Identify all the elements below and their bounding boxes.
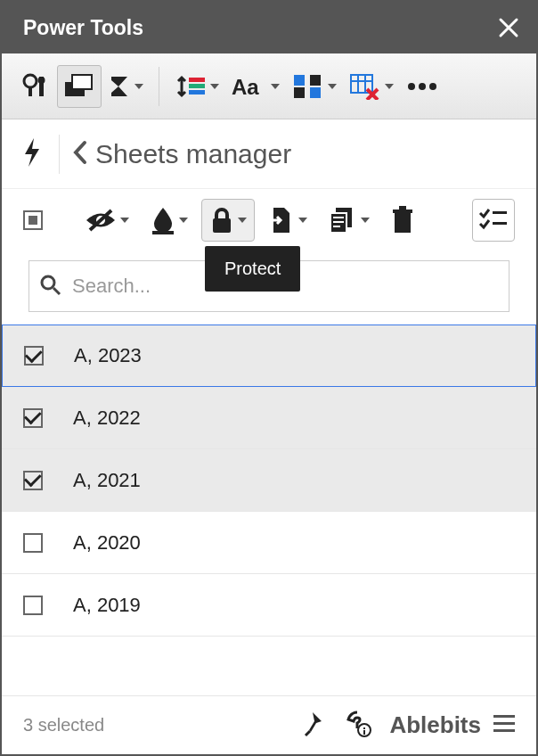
sheet-row[interactable]: A, 2021 [2,449,536,512]
svg-rect-41 [493,715,515,718]
main-toolbar: Aa [2,53,536,119]
svg-point-20 [429,83,436,90]
clear-button[interactable] [343,65,400,108]
sheet-checkbox[interactable] [23,596,43,615]
footer: 3 selected Ablebits [2,695,536,754]
svg-rect-40 [363,730,365,735]
svg-text:Aa: Aa [232,75,259,99]
svg-point-18 [408,83,415,90]
sheet-row[interactable]: A, 2020 [2,512,536,574]
svg-rect-7 [189,84,205,88]
toolbar-separator [159,67,159,106]
svg-line-37 [306,731,310,735]
sheet-name: A, 2022 [73,407,141,430]
sheet-name: A, 2020 [73,531,141,555]
sheet-row[interactable]: A, 2022 [2,387,536,449]
svg-rect-43 [493,729,515,732]
pin-icon[interactable] [304,711,327,741]
svg-point-3 [38,77,45,84]
power-tools-panel: Power Tools [0,0,538,756]
svg-rect-27 [333,217,344,218]
text-button[interactable]: Aa [225,65,286,108]
hamburger-menu[interactable] [493,715,515,736]
title-bar: Power Tools [2,2,536,53]
svg-rect-5 [72,75,92,89]
sheet-row[interactable]: A, 2019 [2,574,536,637]
svg-point-35 [42,276,54,289]
selection-count: 3 selected [23,715,104,735]
svg-rect-1 [29,87,32,96]
svg-rect-29 [333,226,340,227]
svg-rect-13 [310,87,321,98]
app-title: Power Tools [23,16,143,40]
sheet-checkbox[interactable] [23,533,43,553]
protect-tooltip: Protect [205,246,300,292]
sheet-name: A, 2021 [73,469,141,492]
sheet-checkbox[interactable] [24,346,44,366]
sheet-row[interactable]: A, 2023 [2,325,536,387]
merge-button[interactable] [286,65,343,108]
svg-rect-42 [493,722,515,725]
color-button[interactable] [143,199,196,242]
brand-label: Ablebits [389,711,481,739]
sigma-button[interactable] [102,65,150,108]
sheet-name: A, 2019 [73,594,141,617]
svg-rect-30 [395,213,411,233]
protect-button[interactable] [201,199,255,242]
svg-rect-8 [189,90,205,94]
smart-toolbar-button[interactable] [14,65,57,108]
svg-rect-33 [493,211,507,214]
svg-rect-32 [399,206,406,210]
svg-rect-24 [213,218,231,233]
visibility-button[interactable] [77,199,137,242]
more-button[interactable] [400,65,444,108]
divider [59,135,60,174]
select-all-checkbox[interactable] [23,210,43,230]
bolt-icon[interactable] [21,136,43,172]
svg-rect-11 [294,87,305,98]
search-icon [38,273,61,300]
copy-button[interactable] [321,199,378,242]
page-title: Sheets manager [95,139,291,169]
delete-button[interactable] [383,199,422,242]
back-button[interactable] [72,139,88,169]
info-icon[interactable] [345,711,371,741]
reorder-button[interactable] [472,199,515,242]
svg-line-36 [53,288,60,294]
export-button[interactable] [260,199,315,242]
sheet-name: A, 2023 [74,344,142,367]
sheet-toolbar: Protect [2,189,536,251]
svg-rect-31 [393,210,412,213]
sheet-checkbox[interactable] [23,408,43,428]
svg-rect-10 [294,75,305,86]
svg-rect-6 [189,78,205,82]
sheet-list: A, 2023A, 2022A, 2021A, 2020A, 2019 [2,325,536,695]
svg-rect-34 [493,222,507,225]
sheets-group-button[interactable] [57,65,102,108]
sheet-checkbox[interactable] [23,471,43,490]
close-button[interactable] [497,16,520,39]
svg-point-0 [24,75,37,87]
svg-point-19 [419,83,426,90]
breadcrumb-row: Sheets manager [2,119,536,189]
svg-rect-28 [333,221,344,223]
svg-rect-12 [310,75,321,86]
svg-rect-39 [363,727,365,729]
svg-rect-23 [152,231,174,234]
sort-button[interactable] [168,65,225,108]
